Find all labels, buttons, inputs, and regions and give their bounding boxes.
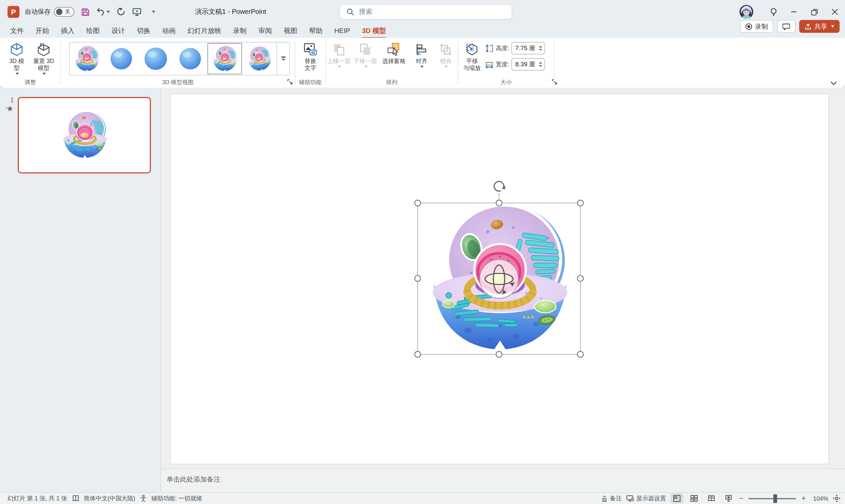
reading-view-button[interactable]	[705, 493, 718, 504]
accessibility-icon[interactable]	[140, 495, 146, 502]
width-field[interactable]	[511, 58, 545, 71]
collapse-ribbon-button[interactable]	[830, 81, 838, 86]
model-view-item-2[interactable]	[104, 43, 138, 74]
search-bar[interactable]	[340, 4, 512, 19]
zoom-level[interactable]: 104%	[810, 495, 828, 502]
resize-handle-middle-right[interactable]	[577, 275, 583, 281]
zoom-slider-handle[interactable]	[773, 494, 777, 503]
language-indicator[interactable]: 简体中文(中国大陆)	[84, 494, 135, 502]
model-view-item-4[interactable]	[173, 43, 207, 74]
display-settings-button[interactable]: 显示器设置	[626, 494, 666, 502]
alt-text-button-label: 替换 文字	[305, 58, 316, 72]
zoom-out-button[interactable]: −	[739, 494, 743, 502]
height-stepper[interactable]	[539, 46, 544, 51]
align-button[interactable]: 对齐	[410, 40, 434, 69]
model-view-item-6[interactable]	[242, 43, 276, 74]
autosave-toggle[interactable]: 关	[54, 7, 74, 17]
share-icon	[805, 23, 812, 30]
user-avatar[interactable]	[739, 5, 753, 19]
width-stepper[interactable]	[539, 62, 544, 67]
document-title: 演示文稿1 - PowerPoint	[195, 7, 266, 17]
model-views-gallery	[69, 42, 290, 75]
height-field[interactable]	[511, 42, 545, 54]
search-input[interactable]	[359, 8, 488, 16]
tab-animations[interactable]: 动画	[156, 24, 181, 37]
pan-zoom-button[interactable]: 平移 与缩放	[460, 40, 484, 72]
undo-dropdown-icon[interactable]	[107, 11, 110, 13]
reset-3d-model-button-label: 重置 3D 模型	[33, 58, 54, 72]
share-button[interactable]: 共享	[799, 20, 839, 33]
model-view-item-1[interactable]	[70, 43, 104, 74]
accessibility-status[interactable]: 辅助功能: 一切就绪	[152, 494, 203, 502]
resize-handle-middle-left[interactable]	[415, 275, 421, 281]
powerpoint-logo-icon[interactable]: P	[7, 6, 19, 18]
fit-to-window-button[interactable]	[832, 494, 840, 502]
reset-3d-model-button[interactable]: 重置 3D 模型	[31, 40, 56, 76]
notes-placeholder[interactable]: 单击此处添加备注	[166, 475, 220, 483]
ribbon-tab-row: 文件 开始 插入 绘图 设计 切换 动画 幻灯片放映 录制 审阅 视图 帮助 H…	[0, 24, 845, 38]
group-arrange: 上移一层 下移一层 选择窗格	[326, 38, 457, 88]
resize-handle-top-center[interactable]	[496, 200, 502, 206]
start-slideshow-icon[interactable]	[131, 5, 142, 18]
gallery-more-button[interactable]	[277, 42, 289, 75]
tab-insert[interactable]: 插入	[55, 24, 81, 37]
resize-handle-top-right[interactable]	[577, 200, 583, 206]
display-settings-icon	[626, 495, 634, 502]
alt-text-button[interactable]: 替换 文字	[297, 40, 323, 72]
tab-transitions[interactable]: 切换	[131, 24, 156, 37]
notes-pane[interactable]: 单击此处添加备注	[161, 468, 845, 492]
record-button[interactable]: 录制	[740, 20, 773, 33]
zoom-slider[interactable]	[749, 498, 796, 499]
views-dialog-launcher-icon[interactable]	[287, 79, 294, 86]
spell-check-icon[interactable]	[72, 495, 79, 502]
share-dropdown-icon[interactable]	[831, 25, 834, 28]
tab-view[interactable]: 视图	[278, 24, 303, 37]
3d-rotate-gizmo[interactable]	[480, 259, 518, 299]
tab-draw[interactable]: 绘图	[80, 24, 106, 37]
undo-button[interactable]	[96, 5, 110, 18]
tab-file[interactable]: 文件	[4, 24, 30, 37]
reset-3d-cube-icon	[37, 41, 51, 58]
comments-button[interactable]	[777, 20, 795, 33]
model-view-item-5-selected[interactable]	[208, 43, 242, 74]
height-icon	[485, 44, 493, 52]
tab-home[interactable]: 开始	[30, 24, 55, 37]
size-dialog-launcher-icon[interactable]	[552, 79, 559, 86]
zoom-in-button[interactable]: +	[802, 494, 805, 502]
tab-design[interactable]: 设计	[106, 24, 131, 37]
width-field-label: 宽度:	[496, 60, 509, 68]
width-input[interactable]	[512, 61, 536, 68]
resize-handle-top-left[interactable]	[415, 200, 421, 206]
slide-1-thumbnail[interactable]	[18, 97, 151, 174]
comment-icon	[782, 23, 790, 30]
resize-handle-bottom-center[interactable]	[496, 351, 502, 357]
autosave-state: 关	[65, 8, 70, 16]
group-objects-button: 组合	[434, 40, 457, 69]
pan-zoom-icon	[465, 41, 479, 58]
tab-record[interactable]: 录制	[227, 24, 252, 37]
3d-model-button-label: 3D 模 型	[9, 58, 24, 72]
autosave-control[interactable]: 自动保存 关	[25, 7, 74, 17]
tab-3d-model[interactable]: 3D 模型	[356, 24, 392, 37]
resize-handle-bottom-right[interactable]	[577, 351, 583, 357]
selection-pane-button[interactable]: 选择窗格	[379, 40, 409, 69]
resize-handle-bottom-left[interactable]	[415, 351, 421, 357]
height-input[interactable]	[512, 45, 536, 52]
notes-toggle-button[interactable]: 备注	[601, 494, 622, 502]
model-view-item-3[interactable]	[139, 43, 173, 74]
slide-sorter-view-button[interactable]	[688, 493, 700, 504]
redo-button[interactable]	[115, 5, 126, 18]
qat-more-button[interactable]	[147, 5, 158, 18]
tab-heip[interactable]: HEIP	[329, 25, 356, 36]
save-icon[interactable]	[80, 5, 91, 18]
tab-review[interactable]: 审阅	[252, 24, 278, 37]
slide-editing-surface[interactable]	[171, 94, 828, 464]
tab-slideshow[interactable]: 幻灯片放映	[181, 24, 227, 37]
record-dot-icon	[745, 23, 752, 30]
tab-help[interactable]: 帮助	[303, 24, 329, 37]
normal-view-button[interactable]	[670, 493, 683, 504]
slideshow-view-button[interactable]	[722, 493, 735, 504]
slide-counter: 幻灯片 第 1 张, 共 1 张	[7, 494, 67, 502]
3d-model-button[interactable]: 3D 模 型	[4, 40, 29, 76]
rotate-handle-icon[interactable]	[494, 181, 505, 191]
